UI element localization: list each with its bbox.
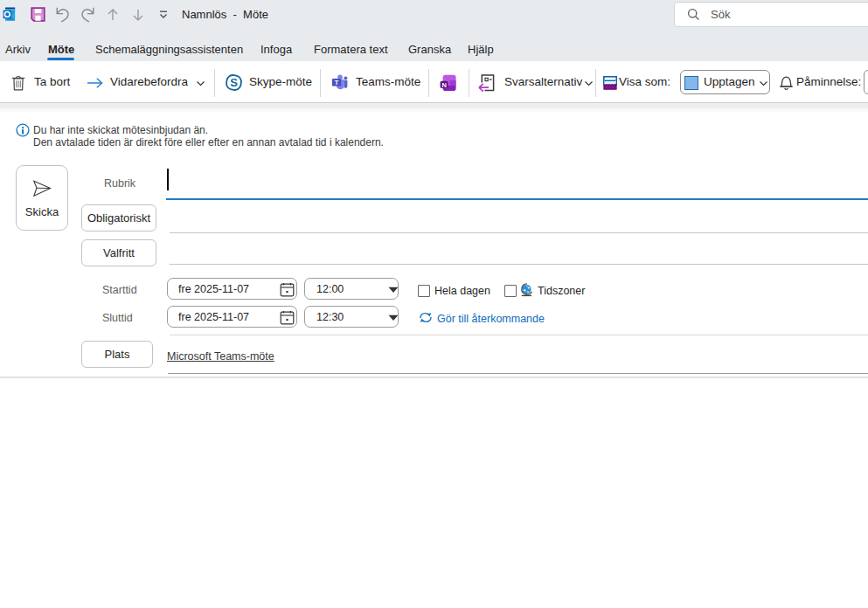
svg-text:N: N — [441, 81, 446, 89]
svg-text:S: S — [230, 76, 238, 89]
svg-text:T: T — [335, 79, 339, 86]
